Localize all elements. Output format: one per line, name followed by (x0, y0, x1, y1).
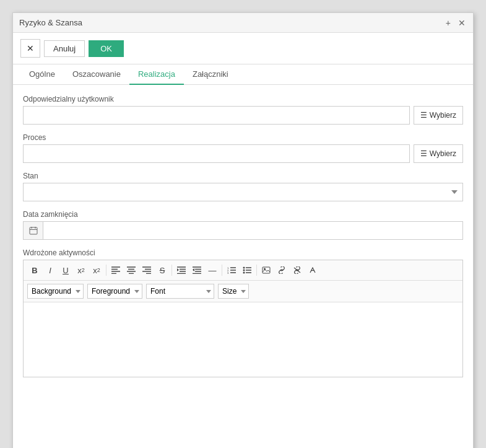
wdrozone-aktywnosci-label: Wdrożone aktywności (23, 248, 463, 257)
align-right-icon (142, 266, 151, 274)
superscript-button[interactable]: x2 (89, 263, 104, 278)
align-left-button[interactable] (108, 263, 123, 278)
outdent-icon (193, 266, 201, 274)
stan-select[interactable]: Aktywny Zamknięty W toku (23, 183, 463, 201)
process-input[interactable] (23, 144, 410, 163)
tab-realizacja[interactable]: Realizacja (129, 64, 184, 85)
unlink-button[interactable] (290, 263, 305, 278)
align-left-icon (111, 266, 120, 274)
title-add-button[interactable]: + (445, 18, 452, 28)
process-select-button[interactable]: ☰ Wybierz (414, 144, 463, 163)
align-center-icon (127, 266, 136, 274)
foreground-dropdown[interactable]: Foreground (87, 284, 142, 299)
link-icon (277, 266, 286, 274)
calendar-icon-button[interactable] (24, 222, 43, 239)
font-dropdown[interactable]: Font (146, 284, 214, 299)
svg-text:3.: 3. (227, 271, 229, 275)
svg-marker-25 (193, 268, 194, 271)
indent-button[interactable] (174, 263, 189, 278)
data-zamkniecia-label: Data zamknięcia (23, 210, 463, 219)
action-toolbar: ✕ Anuluj OK (13, 33, 473, 64)
image-icon (262, 266, 271, 274)
stan-label: Stan (23, 172, 463, 180)
editor-toolbar: B I U x2 x2 S (24, 260, 462, 281)
unordered-list-icon (243, 266, 251, 274)
ok-button[interactable]: OK (89, 40, 124, 57)
separator-1 (106, 265, 106, 276)
stan-group: Stan Aktywny Zamknięty W toku (23, 172, 463, 201)
responsible-user-label: Odpowiedzialny użytkownik (23, 95, 463, 103)
separator-4 (256, 265, 257, 276)
data-zamkniecia-group: Data zamknięcia (23, 210, 463, 240)
responsible-user-group: Odpowiedzialny użytkownik ☰ Wybierz (23, 95, 463, 125)
size-dropdown[interactable]: Size (218, 284, 249, 299)
hr-button[interactable]: — (205, 263, 220, 278)
align-right-button[interactable] (139, 263, 154, 278)
svg-rect-0 (30, 227, 37, 234)
ordered-list-button[interactable]: 1.2.3. (224, 263, 239, 278)
clean-format-button[interactable] (305, 263, 320, 278)
responsible-user-row: ☰ Wybierz (23, 106, 463, 125)
process-label: Proces (23, 133, 463, 142)
dialog-title: Ryzyko & Szansa (19, 18, 82, 27)
bold-button[interactable]: B (27, 263, 42, 278)
tab-zalaczniki[interactable]: Załączniki (184, 64, 237, 85)
svg-rect-38 (263, 267, 270, 273)
tab-ogolne[interactable]: Ogólne (20, 64, 64, 85)
tab-content: Odpowiedzialny użytkownik ☰ Wybierz Proc… (13, 85, 473, 387)
title-bar-buttons: + ✕ (445, 18, 467, 28)
background-dropdown[interactable]: Background (27, 284, 84, 299)
unordered-list-button[interactable] (240, 263, 254, 278)
responsible-user-input[interactable] (23, 106, 410, 125)
title-close-button[interactable]: ✕ (457, 18, 467, 28)
italic-button[interactable]: I (43, 263, 58, 278)
editor-dropdowns: Background Foreground Font Size (24, 281, 462, 302)
dialog: Ryzyko & Szansa + ✕ ✕ Anuluj OK Ogólne O… (12, 12, 474, 448)
strikethrough-button[interactable]: S (155, 263, 170, 278)
cancel-button[interactable]: Anuluj (44, 40, 85, 57)
wdrozone-aktywnosci-group: Wdrożone aktywności B I U x2 x2 (23, 248, 463, 377)
subscript-button[interactable]: x2 (74, 263, 89, 278)
rich-text-editor: B I U x2 x2 S (23, 260, 463, 377)
image-button[interactable] (259, 263, 274, 278)
svg-point-36 (243, 270, 245, 271)
date-row (23, 221, 463, 240)
svg-point-35 (243, 267, 245, 269)
process-row: ☰ Wybierz (23, 144, 463, 163)
align-center-button[interactable] (124, 263, 139, 278)
svg-line-40 (294, 268, 300, 273)
date-input[interactable] (43, 222, 462, 239)
calendar-icon (29, 226, 38, 235)
responsible-user-select-button[interactable]: ☰ Wybierz (414, 106, 463, 125)
separator-2 (171, 265, 172, 276)
svg-marker-20 (177, 268, 179, 271)
clean-format-icon (309, 266, 316, 274)
editor-body[interactable] (24, 302, 462, 377)
indent-icon (177, 266, 186, 274)
outdent-button[interactable] (189, 263, 204, 278)
ordered-list-icon: 1.2.3. (227, 266, 236, 274)
link-button[interactable] (274, 263, 289, 278)
close-x-button[interactable]: ✕ (20, 39, 40, 58)
title-bar: Ryzyko & Szansa + ✕ (13, 13, 473, 33)
process-group: Proces ☰ Wybierz (23, 133, 463, 163)
tab-bar: Ogólne Oszacowanie Realizacja Załączniki (13, 64, 473, 85)
svg-point-37 (243, 272, 245, 274)
unlink-icon (293, 266, 302, 274)
tab-oszacowanie[interactable]: Oszacowanie (64, 64, 129, 85)
underline-button[interactable]: U (58, 263, 73, 278)
separator-3 (222, 265, 222, 276)
